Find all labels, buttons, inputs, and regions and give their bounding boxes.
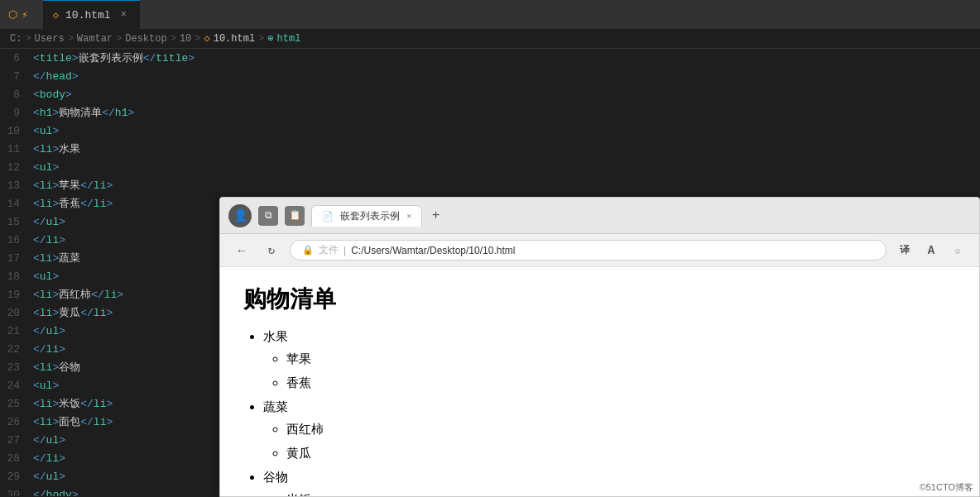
- code-line: 29</ul>: [0, 467, 219, 485]
- list-item: 黄瓜: [286, 442, 956, 464]
- browser-new-tab-button[interactable]: +: [425, 206, 445, 226]
- sublist: 西红柿黄瓜: [263, 418, 956, 464]
- list-item: 蔬菜西红柿黄瓜: [263, 395, 956, 464]
- breadcrumb-sep-6: >: [258, 33, 264, 45]
- line-content: <ul>: [33, 161, 59, 174]
- line-content: </head>: [33, 70, 79, 83]
- browser-active-tab[interactable]: 📄 嵌套列表示例 ×: [311, 205, 422, 227]
- code-line: 19<li>西红柿</li>: [0, 285, 219, 303]
- code-line: 24<ul>: [0, 376, 219, 394]
- code-line: 21</ul>: [0, 322, 219, 340]
- code-line: 30</body>: [0, 485, 219, 496]
- page-title: 购物清单: [243, 284, 956, 315]
- tab-bar: ◇ 10.html ×: [43, 0, 140, 29]
- address-url-text: C:/Users/Wamtar/Desktop/10/10.html: [351, 245, 515, 256]
- breadcrumb-file-icon: ◇: [204, 32, 209, 45]
- browser-refresh-button[interactable]: ↻: [260, 239, 283, 262]
- list-item: 香蕉: [286, 371, 956, 394]
- code-line: 23<li>谷物: [0, 358, 219, 376]
- browser-translate-button[interactable]: 译: [893, 239, 916, 262]
- breadcrumb-html: html: [277, 33, 301, 45]
- line-number: 10: [0, 125, 33, 137]
- line-number: 25: [0, 398, 33, 410]
- browser-history-icon[interactable]: 📋: [285, 206, 305, 226]
- browser-profile-icon: 👤: [228, 204, 252, 227]
- line-number: 27: [0, 434, 33, 447]
- browser-favorite-button[interactable]: ☆: [946, 239, 969, 262]
- line-number: 21: [0, 325, 33, 337]
- list-item: 米饭: [286, 488, 956, 496]
- line-number: 8: [0, 88, 33, 101]
- read-icon: A: [928, 244, 934, 257]
- code-line: 14<li>香蕉</li>: [0, 194, 219, 213]
- code-line: 6<title>嵌套列表示例</title>: [0, 49, 219, 67]
- line-content: <h1>购物清单</h1>: [33, 105, 134, 120]
- tab-title: 10.html: [65, 9, 111, 22]
- line-content: </ul>: [33, 471, 65, 483]
- traffic-lights: ⬡ ⚡: [8, 8, 31, 22]
- browser-read-button[interactable]: A: [920, 239, 943, 262]
- sublist: 苹果香蕉: [263, 347, 956, 394]
- address-bar[interactable]: 🔒 文件 | C:/Users/Wamtar/Desktop/10/10.htm…: [290, 240, 886, 260]
- line-content: </body>: [33, 489, 79, 497]
- line-number: 18: [0, 270, 33, 283]
- code-line: 12<ul>: [0, 158, 219, 176]
- line-number: 13: [0, 179, 33, 192]
- line-content: <ul>: [33, 380, 59, 392]
- line-content: <li>米饭</li>: [33, 396, 113, 411]
- line-content: <li>西红柿</li>: [33, 287, 123, 302]
- icon-vscode: ⚡: [22, 8, 28, 22]
- line-number: 9: [0, 107, 33, 119]
- line-number: 6: [0, 52, 33, 65]
- browser-navbar: ← ↻ 🔒 文件 | C:/Users/Wamtar/Desktop/10/10…: [220, 234, 979, 267]
- breadcrumb-sep-2: >: [68, 33, 74, 45]
- line-number: 17: [0, 252, 33, 265]
- breadcrumb-sep-5: >: [195, 33, 200, 45]
- line-number: 24: [0, 380, 33, 392]
- browser-tab-close-button[interactable]: ×: [406, 211, 411, 221]
- breadcrumb-users: Users: [35, 33, 65, 45]
- line-content: </li>: [33, 234, 65, 246]
- line-number: 11: [0, 143, 33, 155]
- line-content: <ul>: [33, 270, 59, 283]
- breadcrumb-sep-1: >: [25, 33, 31, 45]
- code-line: 27</ul>: [0, 431, 219, 449]
- browser-tab-file-icon: 📄: [322, 211, 334, 222]
- line-content: <body>: [33, 88, 72, 101]
- browser-collections-icon[interactable]: ⧉: [258, 206, 278, 226]
- line-content: <li>苹果</li>: [33, 178, 113, 193]
- breadcrumb-c: C:: [10, 33, 22, 45]
- tab-close-button[interactable]: ×: [118, 7, 130, 22]
- line-content: </li>: [33, 343, 65, 356]
- code-line: 11<li>水果: [0, 140, 219, 158]
- code-line: 15</ul>: [0, 213, 219, 231]
- list-item: 谷物米饭面包: [263, 466, 956, 496]
- browser-back-button[interactable]: ←: [230, 239, 253, 262]
- list-item: 苹果: [286, 347, 956, 370]
- line-content: <li>黄瓜</li>: [33, 305, 113, 320]
- line-number: 19: [0, 289, 33, 301]
- code-line: 16</li>: [0, 231, 219, 249]
- browser-tabs: 📄 嵌套列表示例 × +: [311, 205, 971, 227]
- line-content: </li>: [33, 452, 65, 465]
- browser-chrome: 👤 ⧉ 📋 📄 嵌套列表示例 × +: [220, 198, 979, 234]
- nav-actions: 译 A ☆: [893, 239, 969, 262]
- browser-window: 👤 ⧉ 📋 📄 嵌套列表示例 × + ← ↻ 🔒 文件 | C:/Users/W…: [219, 197, 980, 497]
- tab-file-icon: ◇: [53, 9, 59, 22]
- breadcrumb-sep-4: >: [171, 33, 176, 45]
- line-number: 16: [0, 234, 33, 246]
- code-line: 8<body>: [0, 85, 219, 103]
- breadcrumb-filename: 10.html: [214, 33, 255, 45]
- line-number: 23: [0, 361, 33, 374]
- watermark: ©51CTO博客: [920, 481, 973, 494]
- titlebar: ⬡ ⚡ ◇ 10.html ×: [0, 0, 980, 29]
- line-content: <title>嵌套列表示例</title>: [33, 50, 195, 65]
- editor-tab[interactable]: ◇ 10.html ×: [43, 0, 140, 29]
- code-line: 20<li>黄瓜</li>: [0, 303, 219, 322]
- line-number: 15: [0, 216, 33, 228]
- code-line: 22</li>: [0, 340, 219, 358]
- line-number: 28: [0, 452, 33, 465]
- code-line: 10<ul>: [0, 122, 219, 140]
- browser-content: 购物清单 水果苹果香蕉蔬菜西红柿黄瓜谷物米饭面包: [220, 267, 979, 496]
- address-separator: 文件: [319, 243, 339, 257]
